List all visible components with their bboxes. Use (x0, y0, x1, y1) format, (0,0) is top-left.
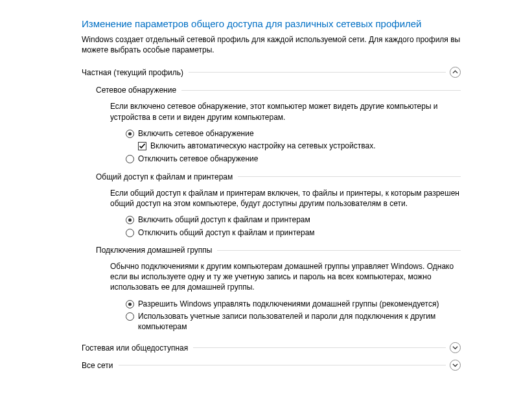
divider (119, 365, 446, 365)
profile-private-label: Частная (текущий профиль) (82, 68, 187, 77)
radio-homegroup-user[interactable]: Использовать учетные записи пользователе… (126, 312, 461, 332)
radio-homegroup-windows[interactable]: Разрешить Windows управлять подключениям… (126, 299, 461, 310)
divider (193, 347, 446, 348)
file-sharing-header: Общий доступ к файлам и принтерам (96, 172, 237, 181)
network-discovery-header: Сетевое обнаружение (96, 86, 180, 95)
profile-all-header[interactable]: Все сети (82, 360, 461, 371)
profile-guest-label: Гостевая или общедоступная (82, 343, 192, 353)
checkbox-icon (138, 142, 146, 150)
checkbox-auto-setup[interactable]: Включить автоматическую настройку на сет… (138, 141, 461, 152)
radio-label: Включить сетевое обнаружение (138, 129, 254, 139)
radio-icon (126, 229, 134, 237)
radio-sharing-off[interactable]: Отключить общий доступ к файлам и принте… (126, 228, 461, 238)
divider (238, 176, 461, 177)
homegroup-section: Подключения домашней группы Обычно подкл… (96, 246, 461, 332)
radio-discovery-on[interactable]: Включить сетевое обнаружение (126, 129, 461, 139)
chevron-down-icon[interactable] (450, 342, 461, 353)
network-discovery-desc: Если включено сетевое обнаружение, этот … (110, 101, 461, 122)
radio-icon (126, 155, 134, 163)
chevron-up-icon[interactable] (450, 67, 461, 78)
radio-icon (126, 130, 134, 138)
chevron-down-icon[interactable] (450, 360, 461, 371)
file-sharing-desc: Если общий доступ к файлам и принтерам в… (110, 188, 461, 209)
radio-icon (126, 216, 134, 224)
radio-label: Включить общий доступ к файлам и принтер… (138, 215, 310, 226)
radio-discovery-off[interactable]: Отключить сетевое обнаружение (126, 154, 461, 165)
checkbox-label: Включить автоматическую настройку на сет… (150, 141, 376, 152)
homegroup-header: Подключения домашней группы (96, 246, 216, 255)
divider (189, 72, 446, 73)
radio-label: Отключить сетевое обнаружение (138, 154, 258, 165)
radio-icon (126, 312, 134, 321)
homegroup-desc: Обычно подключениями к другим компьютера… (110, 261, 461, 293)
radio-icon (126, 300, 134, 308)
radio-label: Разрешить Windows управлять подключениям… (138, 299, 439, 310)
page-title: Изменение параметров общего доступа для … (82, 18, 461, 29)
file-sharing-section: Общий доступ к файлам и принтерам Если о… (96, 172, 461, 238)
network-discovery-section: Сетевое обнаружение Если включено сетево… (96, 86, 461, 164)
divider (181, 90, 461, 91)
profile-guest-header[interactable]: Гостевая или общедоступная (82, 342, 461, 353)
radio-label: Использовать учетные записи пользователе… (138, 312, 461, 332)
radio-label: Отключить общий доступ к файлам и принте… (138, 228, 315, 238)
intro-text: Windows создает отдельный сетевой профил… (82, 34, 461, 55)
profile-all-label: Все сети (82, 361, 117, 370)
radio-sharing-on[interactable]: Включить общий доступ к файлам и принтер… (126, 215, 461, 226)
profile-private-header[interactable]: Частная (текущий профиль) (82, 67, 461, 78)
divider (217, 250, 461, 251)
